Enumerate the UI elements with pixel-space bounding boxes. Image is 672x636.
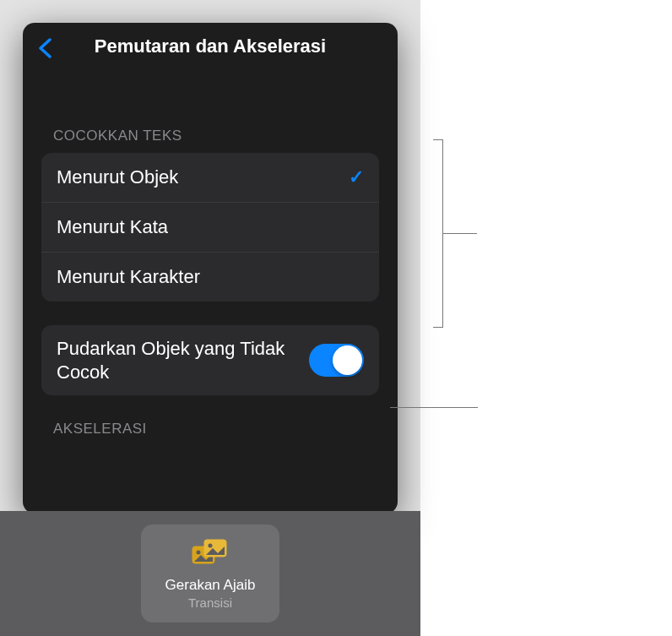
- option-by-object[interactable]: Menurut Objek ✓: [41, 153, 379, 203]
- device-area: Pemutaran dan Akselerasi COCOKKAN TEKS M…: [0, 0, 420, 636]
- svg-point-1: [197, 550, 201, 554]
- fade-unmatched-row: Pudarkan Objek yang Tidak Cocok: [41, 325, 379, 395]
- chevron-left-icon: [38, 38, 52, 58]
- popover-header: Pemutaran dan Akselerasi: [23, 23, 398, 70]
- toggle-label: Pudarkan Objek yang Tidak Cocok: [57, 337, 309, 383]
- option-label: Menurut Kata: [57, 216, 168, 238]
- transition-settings-popover: Pemutaran dan Akselerasi COCOKKAN TEKS M…: [23, 23, 398, 514]
- section-header-acceleration: AKSELERASI: [23, 421, 398, 438]
- option-by-word[interactable]: Menurut Kata: [41, 203, 379, 253]
- transition-type: Transisi: [188, 595, 232, 610]
- callout-line: [390, 407, 478, 408]
- bottom-toolbar: Gerakan Ajaib Transisi: [0, 511, 420, 636]
- fade-unmatched-toggle[interactable]: [309, 344, 364, 377]
- magic-move-icon: [191, 538, 230, 570]
- transition-card[interactable]: Gerakan Ajaib Transisi: [141, 525, 279, 622]
- toggle-knob: [333, 345, 362, 375]
- popover-title: Pemutaran dan Akselerasi: [95, 35, 326, 57]
- transition-name: Gerakan Ajaib: [165, 577, 256, 594]
- match-text-options: Menurut Objek ✓ Menurut Kata Menurut Kar…: [41, 153, 379, 302]
- svg-point-3: [209, 543, 213, 547]
- checkmark-icon: ✓: [349, 166, 364, 188]
- section-header-match-text: COCOKKAN TEKS: [23, 128, 398, 144]
- option-label: Menurut Objek: [57, 166, 178, 188]
- option-label: Menurut Karakter: [57, 266, 200, 288]
- callout-bracket: [433, 139, 443, 328]
- option-by-character[interactable]: Menurut Karakter: [41, 253, 379, 302]
- callout-line: [443, 233, 477, 234]
- back-button[interactable]: [38, 38, 52, 58]
